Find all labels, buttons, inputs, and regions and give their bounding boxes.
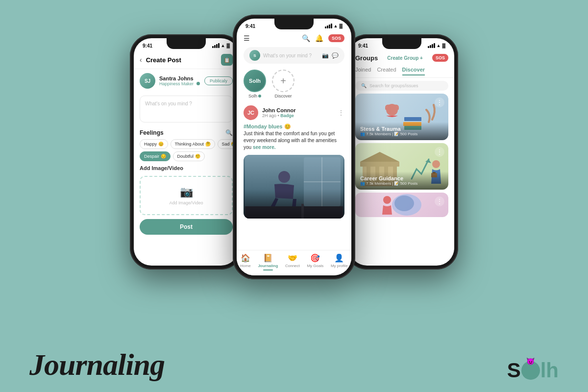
phones-container: 9:41 ▲ ▓ ‹ Create Post 📋 SJ <box>130 15 458 279</box>
status-icons-right: ▲ ▓ <box>428 43 445 48</box>
header-post-icon[interactable]: 📋 <box>221 54 233 66</box>
nav-home-label: Home <box>240 264 250 268</box>
group-stress-meta: 👥 7.5k Members | 📝 500 Posts <box>360 132 443 136</box>
nav-journaling[interactable]: 📔 Journaling <box>258 253 278 270</box>
home-icon: 🏠 <box>241 253 250 263</box>
nav-profile[interactable]: 👤 My profile <box>331 253 348 270</box>
post-image <box>244 155 344 219</box>
tab-created[interactable]: Created <box>377 67 396 75</box>
group-more-third[interactable]: ⋮ <box>435 196 444 206</box>
post-image-overlay <box>244 189 344 219</box>
story-solh-label: Solh <box>248 94 261 98</box>
battery-center: ▓ <box>339 24 343 28</box>
post-hashtag: #Monday blues 😊 <box>244 123 344 130</box>
svg-marker-18 <box>425 159 431 163</box>
stress-overlay: Stess & Trauma 👥 7.5k Members | 📝 500 Po… <box>355 122 448 140</box>
feeling-thinking[interactable]: Thinking About 🤔 <box>171 139 215 149</box>
notch-right <box>382 38 421 49</box>
phone-right: 9:41 ▲ ▓ Groups Create Group + SOS Joine… <box>345 34 458 270</box>
group-card-third[interactable]: ⋮ <box>355 193 448 217</box>
phone-left: 9:41 ▲ ▓ ‹ Create Post 📋 SJ <box>130 34 243 270</box>
solh-text: Solh <box>249 78 261 84</box>
nav-profile-label: My profile <box>331 264 348 268</box>
post-user-name: John Connor <box>262 107 334 113</box>
search-bar[interactable]: S What's on your mind ? 📷 💬 <box>244 47 344 64</box>
story-discover[interactable]: + Discover <box>272 70 294 98</box>
create-post-title: Create Post <box>146 56 221 64</box>
story-solh[interactable]: Solh Solh <box>244 70 266 98</box>
sos-badge[interactable]: SOS <box>328 34 344 42</box>
feeling-sad[interactable]: Sad 😢 <box>218 139 233 149</box>
screen-left: 9:41 ▲ ▓ ‹ Create Post 📋 SJ <box>134 38 239 266</box>
feeling-doubtful[interactable]: Doubtful 🤨 <box>173 151 205 161</box>
post-more-icon[interactable]: ⋮ <box>338 109 344 117</box>
add-image-section-label: Add Image/Video <box>134 163 239 172</box>
feed-icons: 🔍 🔔 SOS <box>302 34 344 42</box>
back-button[interactable]: ‹ <box>140 56 142 64</box>
nav-home[interactable]: 🏠 Home <box>240 253 250 270</box>
feed-header: ☰ 🔍 🔔 SOS <box>237 31 351 45</box>
time-right: 9:41 <box>358 43 368 49</box>
groups-search-placeholder: Search for groups/issues <box>369 83 418 88</box>
nav-journaling-label: Journaling <box>258 264 278 268</box>
connect-icon: 🤝 <box>288 253 297 263</box>
phone-center: 9:41 ▲ ▓ ☰ 🔍 🔔 SOS <box>233 15 355 279</box>
wifi-left: ▲ <box>221 43 225 48</box>
active-indicator <box>263 270 273 270</box>
sos-badge-right[interactable]: SOS <box>432 54 448 62</box>
search-feed-icon[interactable]: 🔍 <box>302 34 310 42</box>
chat-icon[interactable]: 💬 <box>332 52 339 59</box>
tab-joined[interactable]: Joined <box>355 67 371 75</box>
group-more-stress[interactable]: ⋮ <box>435 98 444 107</box>
search-avatar: S <box>249 50 260 61</box>
search-groups-icon: 🔍 <box>361 83 367 88</box>
post-button[interactable]: Post <box>140 219 233 235</box>
signal-right <box>428 43 435 48</box>
add-media-area[interactable]: 📷 Add Image/Video <box>140 176 233 215</box>
nav-goals[interactable]: 🎯 My Goals <box>307 253 323 270</box>
post-icon-symbol: 📋 <box>224 57 230 63</box>
user-info: Santra Johns Happiness Maker <box>159 75 200 86</box>
user-avatar: SJ <box>140 73 155 89</box>
nav-connect[interactable]: 🤝 Connect <box>285 253 300 270</box>
svg-point-23 <box>394 196 414 211</box>
feelings-search-icon[interactable]: 🔍 <box>225 129 233 136</box>
camera-feed-icon[interactable]: 📷 <box>322 52 329 59</box>
user-role: Happiness Maker <box>159 81 200 86</box>
post-card: JC John Connor 2H ago • Badge ⋮ #Monday … <box>237 102 351 221</box>
wifi-center: ▲ <box>334 24 338 28</box>
visibility-badge[interactable]: Publicaly <box>204 76 233 85</box>
group-more-career[interactable]: ⋮ <box>435 147 444 157</box>
bell-icon[interactable]: 🔔 <box>315 34 323 42</box>
groups-title: Groups <box>355 54 378 62</box>
group-card-career[interactable]: ⋮ Career Guidance 👥 7.5k Members | 📝 500… <box>355 143 448 190</box>
user-name: Santra Johns <box>159 75 200 81</box>
search-placeholder: What's on your mind ? <box>263 53 319 58</box>
solh-avatar: Solh <box>244 70 266 92</box>
time-center: 9:41 <box>245 24 255 29</box>
see-more-link[interactable]: see more. <box>253 145 276 150</box>
story-discover-label: Discover <box>274 94 292 98</box>
plus-circle: + <box>272 70 294 92</box>
wifi-right: ▲ <box>437 43 441 48</box>
tab-discover[interactable]: Discover <box>402 67 425 75</box>
post-header: JC John Connor 2H ago • Badge ⋮ <box>244 105 344 120</box>
hamburger-icon[interactable]: ☰ <box>244 34 250 42</box>
create-group-button[interactable]: Create Group + <box>387 55 423 61</box>
post-badge: Badge <box>280 113 294 118</box>
group-card-stress[interactable]: ⋮ Stess & Trauma 👥 7.5k Members | 📝 500 … <box>355 94 448 140</box>
mind-input[interactable]: What's on you mind ? <box>140 96 233 122</box>
groups-search[interactable]: 🔍 Search for groups/issues <box>355 81 448 91</box>
svg-point-24 <box>383 196 391 204</box>
notch-left <box>167 38 206 49</box>
svg-marker-13 <box>360 152 399 162</box>
user-row: SJ Santra Johns Happiness Maker Publical… <box>134 69 239 93</box>
post-text: #Monday blues 😊 Just think that the comf… <box>244 123 344 151</box>
time-left: 9:41 <box>143 43 152 49</box>
feeling-despair[interactable]: Despair 😔 <box>140 151 171 161</box>
feeling-happy[interactable]: Happy 😊 <box>140 139 168 149</box>
groups-tabs: Joined Created Discover <box>349 65 454 78</box>
post-user-info: John Connor 2H ago • Badge <box>262 107 334 118</box>
post-meta: 2H ago • Badge <box>262 113 334 118</box>
nav-goals-label: My Goals <box>307 264 323 268</box>
